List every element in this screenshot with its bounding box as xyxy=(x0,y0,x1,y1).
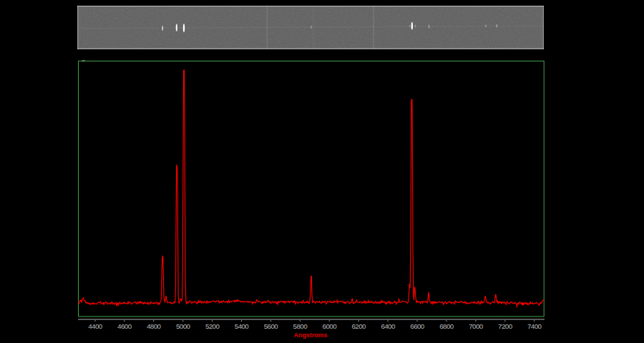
svg-text:7000: 7000 xyxy=(469,322,484,330)
svg-text:5800: 5800 xyxy=(293,322,308,330)
svg-text:6000: 6000 xyxy=(323,322,338,330)
svg-text:6600: 6600 xyxy=(410,322,425,330)
svg-text:6400: 6400 xyxy=(381,322,396,330)
svg-text:4400: 4400 xyxy=(88,322,103,330)
svg-text:6200: 6200 xyxy=(351,322,366,330)
svg-text:4600: 4600 xyxy=(117,322,132,330)
svg-text:5600: 5600 xyxy=(264,322,279,330)
svg-text:7400: 7400 xyxy=(527,322,542,330)
svg-text:5400: 5400 xyxy=(235,322,250,330)
svg-text:4800: 4800 xyxy=(147,322,162,330)
svg-text:5000: 5000 xyxy=(176,322,191,330)
svg-text:7200: 7200 xyxy=(498,322,513,330)
svg-text:Angstroms: Angstroms xyxy=(294,332,328,339)
svg-text:5200: 5200 xyxy=(205,322,220,330)
svg-text:6800: 6800 xyxy=(439,322,454,330)
